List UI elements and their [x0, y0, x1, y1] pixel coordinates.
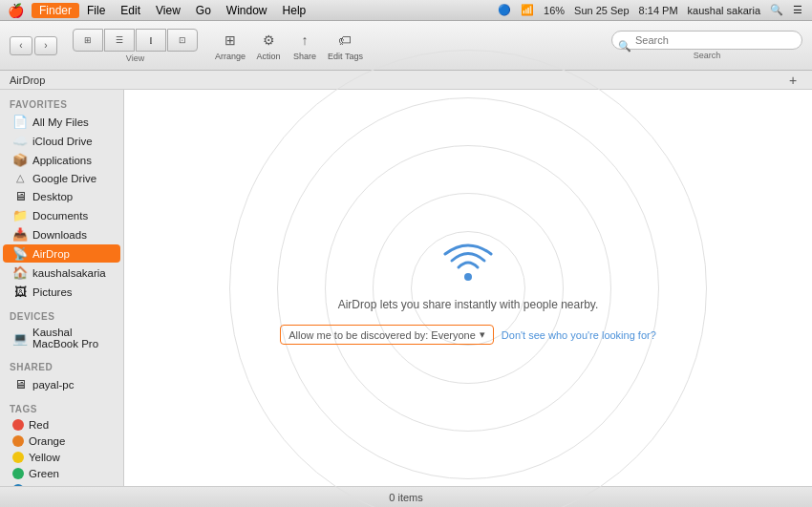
documents-label: Documents [32, 210, 88, 222]
apple-menu[interactable]: 🍎 [8, 3, 24, 18]
sidebar-item-icloud-drive[interactable]: ☁️ iCloud Drive [3, 132, 120, 150]
tag-color-red [12, 419, 24, 431]
payal-pc-label: payal-pc [32, 379, 74, 391]
main-area: Favorites 📄 All My Files ☁️ iCloud Drive… [0, 90, 812, 486]
discovery-help-link[interactable]: Don't see who you're looking for? [502, 329, 656, 341]
sidebar-item-applications[interactable]: 📦 Applications [3, 151, 120, 169]
search-bar: 🔍 Search [611, 31, 802, 60]
documents-icon: 📁 [12, 208, 28, 222]
arrange-action[interactable]: ⊞ Arrange [215, 30, 246, 61]
view-icon-btn[interactable]: ⊞ [73, 29, 103, 52]
sidebar-item-tag-green[interactable]: Green [3, 466, 120, 481]
menu-help[interactable]: Help [275, 4, 314, 17]
menu-view[interactable]: View [148, 4, 188, 17]
sidebar-item-documents[interactable]: 📁 Documents [3, 206, 120, 224]
downloads-icon: 📥 [12, 227, 28, 242]
sidebar-item-payal-pc[interactable]: 🖥 payal-pc [3, 375, 120, 393]
shared-label: Shared [0, 358, 123, 374]
bluetooth-icon: 🔵 [498, 4, 511, 16]
tag-label-red: Red [29, 419, 49, 431]
search-input[interactable] [611, 31, 802, 50]
menu-go[interactable]: Go [188, 4, 219, 17]
sidebar-item-all-my-files[interactable]: 📄 All My Files [3, 113, 120, 131]
downloads-label: Downloads [32, 229, 87, 241]
menu-edit[interactable]: Edit [113, 4, 148, 17]
share-icon: ↑ [291, 30, 318, 51]
forward-button[interactable]: › [34, 36, 57, 55]
home-icon: 🏠 [12, 265, 28, 280]
sidebar-item-pictures[interactable]: 🖼 Pictures [3, 283, 120, 301]
action-action[interactable]: ⚙ Action [255, 30, 282, 61]
action-icon: ⚙ [255, 30, 282, 51]
arrange-icon: ⊞ [217, 30, 244, 51]
edit-tags-icon: 🏷 [331, 30, 358, 51]
share-label: Share [293, 52, 316, 61]
sidebar-item-tag-blue[interactable]: Blue [3, 482, 120, 486]
tag-color-yellow [12, 452, 24, 463]
google-drive-label: Google Drive [32, 173, 96, 184]
menubar: 🍎 Finder File Edit View Go Window Help 🔵… [0, 0, 812, 21]
sidebar-item-airdrop[interactable]: 📡 AirDrop [3, 244, 120, 263]
date-display: Sun 25 Sep [574, 5, 630, 16]
google-drive-icon: △ [12, 172, 28, 184]
action-label: Action [257, 52, 281, 61]
content-area: AirDrop lets you share instantly with pe… [124, 90, 812, 486]
view-label: View [126, 53, 144, 63]
view-cover-btn[interactable]: ⊡ [167, 29, 198, 52]
chevron-down-icon: ▾ [480, 328, 485, 341]
favorites-label: Favorites [0, 95, 123, 112]
view-buttons: ⊞ ☰ ⫿ ⊡ [73, 29, 198, 52]
pictures-label: Pictures [32, 286, 73, 298]
sidebar-item-kaushalsakaria[interactable]: 🏠 kaushalsakaria [3, 264, 120, 282]
menu-finder[interactable]: Finder [32, 3, 79, 18]
airdrop-discovery-row: Allow me to be discovered by: Everyone ▾… [280, 325, 656, 345]
airdrop-icon: 📡 [12, 246, 28, 261]
desktop-label: Desktop [32, 191, 73, 202]
sidebar-item-google-drive[interactable]: △ Google Drive [3, 170, 120, 186]
tag-label-blue: Blue [29, 484, 51, 486]
menubar-right: 🔵 📶 16% Sun 25 Sep 8:14 PM kaushal sakar… [496, 4, 804, 16]
share-action[interactable]: ↑ Share [291, 30, 318, 61]
menu-window[interactable]: Window [219, 4, 275, 17]
airdrop-center: AirDrop lets you share instantly with pe… [280, 231, 656, 345]
view-list-btn[interactable]: ☰ [104, 29, 135, 52]
all-my-files-icon: 📄 [12, 115, 28, 129]
edit-tags-action[interactable]: 🏷 Edit Tags [328, 30, 363, 61]
view-column-btn[interactable]: ⫿ [136, 29, 166, 52]
tag-label-orange: Orange [29, 435, 65, 447]
list-icon[interactable]: ☰ [793, 4, 802, 16]
icloud-drive-label: iCloud Drive [32, 136, 93, 147]
add-button[interactable]: + [783, 71, 802, 90]
pathbar-title: AirDrop [10, 74, 45, 86]
sidebar-item-macbook-pro[interactable]: 💻 Kaushal MacBook Pro [3, 325, 120, 351]
tag-label-green: Green [29, 468, 59, 479]
airdrop-wifi-icon [439, 231, 497, 288]
desktop-icon: 🖥 [12, 189, 28, 203]
discovery-dropdown[interactable]: Allow me to be discovered by: Everyone ▾ [280, 325, 494, 345]
edit-tags-label: Edit Tags [328, 52, 363, 61]
tag-color-green [12, 468, 24, 479]
sidebar-item-desktop[interactable]: 🖥 Desktop [3, 187, 120, 205]
tag-color-orange [12, 435, 24, 447]
menu-file[interactable]: File [79, 4, 113, 17]
sidebar-item-tag-red[interactable]: Red [3, 417, 120, 433]
laptop-icon: 💻 [12, 331, 28, 346]
sidebar-item-tag-orange[interactable]: Orange [3, 433, 120, 449]
icloud-drive-icon: ☁️ [12, 134, 28, 148]
applications-icon: 📦 [12, 153, 28, 167]
all-my-files-label: All My Files [32, 116, 89, 128]
tag-color-blue [12, 484, 24, 486]
back-button[interactable]: ‹ [10, 36, 32, 55]
airdrop-label: AirDrop [32, 248, 70, 260]
discovery-dropdown-label: Allow me to be discovered by: Everyone [288, 329, 476, 341]
airdrop-description: AirDrop lets you share instantly with pe… [338, 298, 599, 311]
time-display: 8:14 PM [639, 5, 678, 16]
search-icon[interactable]: 🔍 [770, 4, 783, 16]
user-display: kaushal sakaria [688, 5, 760, 16]
svg-point-0 [464, 273, 472, 281]
sidebar-item-downloads[interactable]: 📥 Downloads [3, 225, 120, 243]
battery-indicator: 16% [544, 5, 565, 16]
sidebar-item-tag-yellow[interactable]: Yellow [3, 450, 120, 465]
pictures-icon: 🖼 [12, 285, 28, 299]
shared-pc-icon: 🖥 [12, 377, 28, 391]
